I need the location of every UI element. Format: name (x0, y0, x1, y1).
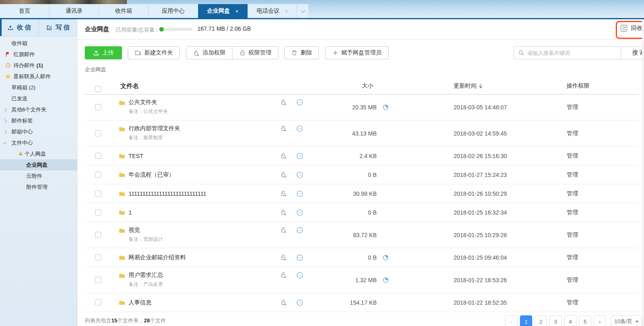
delete-button[interactable]: 删除 (284, 46, 319, 59)
page-1[interactable]: 1 (520, 315, 532, 326)
sidebar-item-inbox[interactable]: 收件箱 (0, 38, 77, 49)
sidebar-item-attachment-mgmt[interactable]: 附件管理 (0, 181, 77, 192)
compose-mail-button[interactable]: 写 信 (38, 19, 77, 36)
sidebar-item-cloud-attachment[interactable]: 云附件 (0, 170, 77, 181)
pagination-next[interactable]: › (594, 315, 606, 326)
pagination-prev[interactable]: ‹ (505, 315, 517, 326)
tab-conference-call[interactable]: 电话会议× (248, 4, 297, 18)
file-name[interactable]: 行政内部管理文件夹 (129, 125, 180, 132)
page-4[interactable]: 4 (564, 315, 576, 326)
capacity-pie-icon[interactable] (382, 254, 389, 261)
row-checkbox[interactable] (95, 232, 101, 238)
sidebar-item-personal-disk[interactable]: 个人网盘 (0, 148, 77, 159)
more-actions-icon[interactable] (296, 209, 303, 216)
table-row[interactable]: 视觉 备注：页面设计 83.72 KB 2018-01-25 10:29:28 … (85, 222, 639, 248)
sidebar-item-mail-tags[interactable]: 邮件标签 (0, 115, 77, 126)
row-checkbox[interactable] (95, 209, 101, 215)
row-checkbox[interactable] (95, 130, 101, 136)
permission-mgmt-button[interactable]: 权限管理 (232, 47, 278, 59)
chevron-right-icon[interactable] (3, 130, 7, 134)
chevron-right-icon[interactable] (3, 108, 7, 112)
select-all-checkbox[interactable] (95, 86, 101, 92)
sidebar-item-mailbox-center[interactable]: 邮箱中心 (0, 126, 77, 137)
more-actions-icon[interactable] (296, 190, 303, 197)
add-permission-row-icon[interactable] (280, 171, 287, 178)
grant-admin-button[interactable]: 赋予网盘管理员 (325, 46, 389, 59)
sidebar-item-other-folders[interactable]: 其他6个文件夹 (0, 104, 77, 115)
table-row[interactable]: 公共文件夹 备注：公共文件夹 20.35 MB 2018-03-05 14:48… (85, 94, 639, 120)
more-actions-icon[interactable] (296, 299, 303, 306)
file-name[interactable]: 视觉 (129, 226, 140, 234)
add-permission-row-icon[interactable] (280, 299, 287, 306)
tab-close-icon[interactable]: × (285, 8, 288, 14)
tab-enterprise-disk[interactable]: 企业网盘× (198, 4, 248, 18)
more-actions-icon[interactable] (296, 272, 303, 279)
sidebar-item-flagged-mail[interactable]: 红旗邮件 (0, 49, 77, 60)
file-name[interactable]: TEST (129, 153, 143, 159)
sidebar-item-enterprise-disk[interactable]: 企业网盘 (0, 159, 77, 170)
row-checkbox[interactable] (95, 190, 101, 197)
row-checkbox[interactable] (95, 277, 101, 283)
search-button[interactable]: 搜索 (621, 46, 644, 59)
file-name[interactable]: 1111111111111111111111111111 (129, 190, 206, 197)
table-row[interactable]: TEST 2.4 KB 2018-02-26 15:16:30 管理 (85, 147, 639, 165)
tab-contacts[interactable]: 通讯录 (50, 4, 99, 18)
receive-mail-button[interactable]: 收 信 (0, 19, 38, 36)
add-permission-row-icon[interactable] (280, 226, 287, 233)
file-name[interactable]: 人事信息 (129, 299, 151, 306)
add-permission-row-icon[interactable] (280, 272, 287, 278)
add-permission-row-icon[interactable] (280, 190, 287, 197)
capacity-pie-icon[interactable] (382, 277, 389, 283)
chevron-down-icon[interactable] (3, 140, 7, 145)
page-3[interactable]: 3 (549, 315, 562, 326)
tab-close-icon[interactable]: × (235, 8, 239, 14)
row-checkbox[interactable] (95, 153, 101, 159)
more-actions-icon[interactable] (296, 99, 303, 106)
more-actions-icon[interactable] (296, 152, 303, 160)
row-checkbox[interactable] (95, 299, 101, 306)
sidebar-item-file-center[interactable]: 文件中心 (0, 137, 77, 148)
table-row[interactable]: 网易企业邮箱介绍资料 0 B 2018-01-25 09:46:04 管理 (85, 248, 639, 267)
page-2[interactable]: 2 (535, 315, 547, 326)
table-row[interactable]: 年会流程（已审） 0 B 2018-01-27 15:24:23 管理 (85, 165, 639, 184)
page-size-select[interactable]: 10条/页 (611, 315, 642, 326)
upload-button[interactable]: 上传 (85, 46, 122, 59)
add-permission-row-icon[interactable] (280, 209, 287, 216)
file-name[interactable]: 用户需求汇总 (129, 272, 163, 279)
column-updated[interactable]: 更新时间 (454, 82, 482, 90)
row-checkbox[interactable] (95, 104, 101, 110)
sort-icon[interactable] (479, 84, 482, 88)
file-name[interactable]: 网易企业邮箱介绍资料 (129, 254, 186, 261)
page-5[interactable]: 5 (579, 315, 591, 326)
add-permission-row-icon[interactable] (280, 152, 287, 159)
table-row[interactable]: 1 0 B 2018-01-25 16:32:34 管理 (85, 203, 639, 222)
chevron-right-icon[interactable] (3, 119, 7, 123)
sidebar-item-drafts[interactable]: 草稿箱 (2) (0, 82, 77, 93)
file-name[interactable]: 公共文件夹 (129, 99, 157, 106)
sidebar-item-sent[interactable]: 已发送 (0, 93, 77, 104)
more-actions-icon[interactable] (296, 125, 303, 132)
vertical-scrollbar[interactable] (642, 19, 644, 326)
add-permission-button[interactable]: 添加权限 (186, 47, 232, 59)
row-checkbox[interactable] (95, 172, 101, 178)
add-permission-row-icon[interactable] (280, 125, 287, 132)
tab-app-center[interactable]: 应用中心 (149, 4, 198, 18)
file-name[interactable]: 年会流程（已审） (129, 171, 174, 179)
new-folder-button[interactable]: 新建文件夹 (128, 46, 180, 59)
more-actions-icon[interactable] (296, 171, 303, 179)
table-row[interactable]: 行政内部管理文件夹 备注：规章制度 43.13 MB 2018-03-02 14… (85, 120, 639, 147)
row-checkbox[interactable] (95, 254, 101, 260)
capacity-pie-icon[interactable] (382, 104, 389, 111)
tab-home[interactable]: 首页 (0, 4, 50, 18)
add-permission-row-icon[interactable] (280, 99, 287, 106)
tab-overflow-button[interactable] (297, 4, 308, 18)
sidebar-item-starred-contacts-mail[interactable]: 星标联系人邮件 (0, 71, 77, 82)
table-row[interactable]: 用户需求汇总 备注：产品走查 1.32 MB 2018-01-22 18:53:… (85, 267, 639, 293)
sidebar-item-todo-mail[interactable]: 待办邮件(1) (0, 60, 77, 71)
breadcrumb[interactable]: 企业网盘 (85, 66, 106, 73)
file-name[interactable]: 1 (129, 209, 132, 216)
table-row[interactable]: 1111111111111111111111111111 30.98 KB 20… (85, 184, 639, 203)
more-actions-icon[interactable] (296, 226, 303, 234)
search-input[interactable] (514, 46, 621, 59)
add-permission-row-icon[interactable] (280, 254, 287, 261)
